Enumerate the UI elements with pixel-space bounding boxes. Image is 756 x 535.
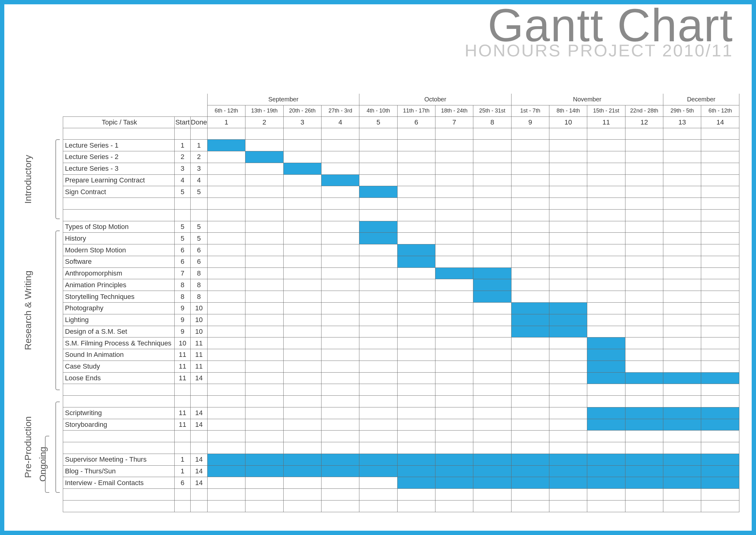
gantt-bar-cell [587,337,625,349]
week-number-header: 7 [435,117,473,128]
gantt-cell [701,349,739,361]
gantt-cell [207,314,245,326]
gantt-cell [511,349,549,361]
gantt-bar-cell [663,372,701,384]
gantt-cell [701,186,739,198]
task-name: Storytelling Techniques [63,291,175,303]
gantt-cell [473,337,511,349]
gantt-cell [587,174,625,186]
gantt-cell [663,361,701,372]
task-row: Photography910 [63,302,739,314]
task-row: Modern Stop Motion66 [63,244,739,256]
gantt-cell [625,140,663,151]
gantt-cell [625,314,663,326]
gantt-cell [511,174,549,186]
phase-label: Pre-Production [23,402,33,493]
gantt-cell [473,372,511,384]
done-week: 3 [190,163,207,174]
gantt-cell [587,151,625,163]
week-range-header: 15th - 21st [587,105,625,117]
gantt-cell [549,151,587,163]
gantt-cell [283,314,321,326]
gantt-cell [473,349,511,361]
gantt-cell [435,174,473,186]
gantt-cell [397,233,435,244]
gantt-cell [473,361,511,372]
done-week: 14 [190,372,207,384]
gantt-cell [283,256,321,268]
gantt-cell [701,163,739,174]
task-row: Types of Stop Motion55 [63,221,739,233]
gantt-bar-cell [549,454,587,465]
gantt-cell [321,151,359,163]
gantt-cell [207,163,245,174]
week-number-header: 9 [511,117,549,128]
gantt-cell [397,140,435,151]
gantt-cell [359,279,397,291]
gantt-cell [207,419,245,431]
task-row: Blog - Thurs/Sun114 [63,465,739,477]
gantt-cell [359,419,397,431]
gantt-cell [359,151,397,163]
week-range-header: 29th - 5th [663,105,701,117]
week-range-header: 20th - 26th [283,105,321,117]
gantt-bar-cell [473,477,511,489]
gantt-bar-cell [701,454,739,465]
gantt-cell [397,186,435,198]
gantt-cell [245,221,283,233]
gantt-cell [245,419,283,431]
gantt-cell [359,407,397,419]
done-week: 8 [190,268,207,279]
gantt-cell [245,140,283,151]
gantt-bar-cell [625,419,663,431]
gantt-cell [511,268,549,279]
gantt-cell [397,361,435,372]
gantt-cell [625,186,663,198]
gantt-cell [435,337,473,349]
gantt-cell [283,140,321,151]
week-number-header: 6 [397,117,435,128]
task-row: Animation Principles88 [63,279,739,291]
gantt-cell [511,233,549,244]
gantt-cell [701,140,739,151]
gantt-cell [587,302,625,314]
gantt-cell [549,140,587,151]
start-week: 11 [175,419,190,431]
start-week: 11 [175,372,190,384]
gantt-cell [701,314,739,326]
gantt-cell [283,268,321,279]
gantt-cell [435,326,473,337]
gantt-cell [625,279,663,291]
gantt-bar-cell [511,314,549,326]
phase-label: Research & Writing [23,231,33,390]
gantt-cell [359,337,397,349]
gantt-bar-cell [625,372,663,384]
done-week: 14 [190,477,207,489]
gantt-bar-cell [625,465,663,477]
gantt-bar-cell [245,454,283,465]
done-week: 5 [190,233,207,244]
gantt-cell [397,174,435,186]
done-week: 10 [190,326,207,337]
gantt-cell [549,291,587,303]
gantt-cell [435,140,473,151]
week-number-header: 2 [245,117,283,128]
gantt-bar-cell [587,465,625,477]
done-week: 14 [190,454,207,465]
gantt-bar-cell [625,477,663,489]
gantt-bar-cell [283,465,321,477]
gantt-cell [511,221,549,233]
gantt-cell [359,372,397,384]
spacer-row [63,384,739,396]
gantt-cell [245,337,283,349]
gantt-cell [321,163,359,174]
gantt-cell [207,268,245,279]
gantt-cell [283,174,321,186]
gantt-cell [283,407,321,419]
gantt-cell [625,256,663,268]
gantt-cell [511,291,549,303]
gantt-cell [245,477,283,489]
start-week: 6 [175,256,190,268]
week-number-header: 5 [359,117,397,128]
gantt-cell [473,174,511,186]
